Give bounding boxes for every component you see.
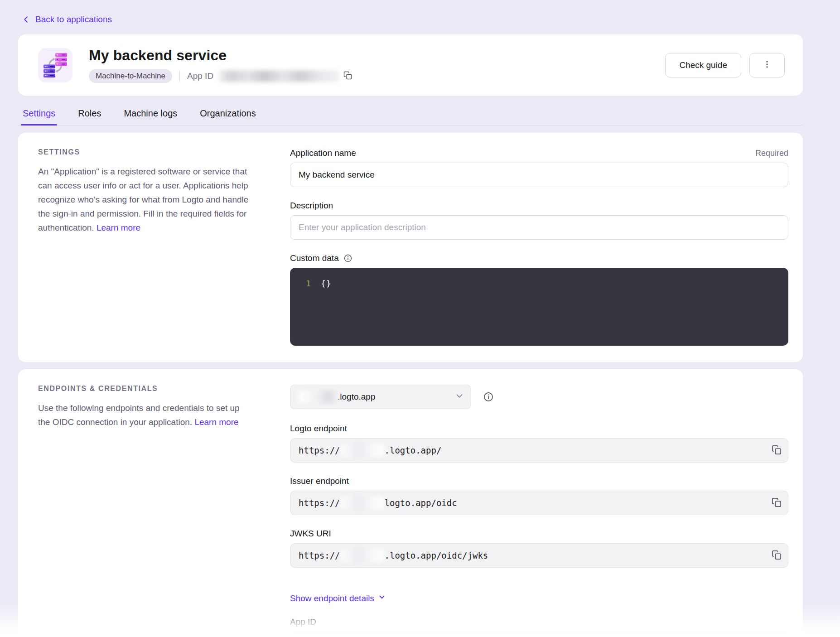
custom-data-field-group: Custom data 1 {}	[290, 253, 788, 346]
logto-endpoint-label: Logto endpoint	[290, 424, 347, 434]
endpoints-credentials-card: ENDPOINTS & CREDENTIALS Use the followin…	[18, 369, 803, 637]
redacted-tenant-domain	[341, 549, 384, 562]
copy-jwks-uri-button[interactable]	[772, 550, 782, 561]
issuer-endpoint-label-row: Issuer endpoint	[290, 476, 788, 486]
copy-icon	[772, 445, 782, 456]
copy-icon	[343, 71, 352, 81]
application-head-info: My backend service Machine-to-Machine Ap…	[89, 47, 352, 83]
issuer-endpoint-field-group: Issuer endpoint https:// logto.app/oidc	[290, 476, 788, 515]
more-actions-button[interactable]	[749, 53, 785, 77]
meta-divider	[179, 71, 180, 82]
description-label: Description	[290, 201, 333, 211]
application-name-label: Application name	[290, 148, 356, 158]
tenant-endpoint-select[interactable]: .logto.app	[290, 385, 471, 409]
url-suffix: .logto.app/oidc/jwks	[385, 550, 488, 560]
url-suffix: .logto.app/	[385, 445, 442, 455]
url-prefix: https://	[299, 550, 340, 560]
back-link-label: Back to applications	[35, 14, 112, 24]
redacted-app-id-value	[219, 70, 339, 82]
settings-section-description: An "Application" is a registered softwar…	[38, 164, 251, 235]
tab-roles[interactable]: Roles	[77, 107, 102, 125]
application-name-input[interactable]	[290, 163, 788, 187]
redacted-tenant-domain	[341, 444, 384, 457]
jwks-uri-value-field: https:// .logto.app/oidc/jwks	[290, 543, 788, 568]
description-label-row: Description	[290, 201, 788, 211]
description-input[interactable]	[290, 215, 788, 240]
chevron-down-icon	[454, 391, 464, 403]
chevron-down-icon	[378, 593, 386, 603]
redacted-tenant-domain	[341, 496, 384, 510]
endpoints-section-title: ENDPOINTS & CREDENTIALS	[38, 385, 251, 393]
logto-endpoint-field-group: Logto endpoint https:// .logto.app/	[290, 424, 788, 463]
app-id-field-group: App ID	[290, 617, 788, 637]
settings-section-title: SETTINGS	[38, 148, 251, 156]
description-field-group: Description	[290, 201, 788, 240]
app-id-field-label: App ID	[290, 617, 316, 627]
back-to-applications-link[interactable]: Back to applications	[22, 14, 112, 24]
jwks-uri-field-group: JWKS URI https:// .logto.app/oidc/jwks	[290, 529, 788, 568]
url-suffix: logto.app/oidc	[385, 498, 457, 508]
chevron-left-icon	[22, 15, 31, 24]
page-title: My backend service	[89, 47, 352, 64]
app-id-label: App ID	[187, 71, 213, 81]
tenant-endpoint-suffix: .logto.app	[338, 392, 375, 402]
app-id-value-field	[290, 632, 788, 637]
page-content: Back to applications	[0, 0, 840, 637]
custom-data-code-editor[interactable]: 1 {}	[290, 268, 788, 346]
redacted-tenant-id	[299, 391, 337, 403]
tab-bar: Settings Roles Machine logs Organization…	[18, 107, 803, 125]
copy-issuer-endpoint-button[interactable]	[772, 497, 782, 509]
endpoints-card-form: .logto.app Logto endpoint https:// .logt…	[290, 385, 788, 637]
issuer-endpoint-label: Issuer endpoint	[290, 476, 349, 486]
kebab-icon	[763, 60, 772, 70]
copy-app-id-button[interactable]	[343, 71, 352, 81]
required-tag: Required	[755, 149, 788, 158]
copy-icon	[772, 550, 782, 561]
url-prefix: https://	[299, 445, 340, 455]
settings-card-intro: SETTINGS An "Application" is a registere…	[38, 148, 251, 346]
endpoints-section-description: Use the following endpoints and credenti…	[38, 401, 251, 429]
application-meta-row: Machine-to-Machine App ID	[89, 69, 352, 83]
show-endpoint-details-link[interactable]: Show endpoint details	[290, 593, 386, 603]
info-icon[interactable]	[483, 391, 494, 402]
settings-card: SETTINGS An "Application" is a registere…	[18, 133, 803, 362]
show-endpoint-details-label: Show endpoint details	[290, 594, 374, 603]
settings-learn-more-link[interactable]: Learn more	[97, 223, 140, 232]
machine-to-machine-app-icon	[38, 48, 72, 82]
application-name-field-group: Application name Required	[290, 148, 788, 187]
endpoints-learn-more-link[interactable]: Learn more	[194, 417, 238, 427]
issuer-endpoint-value-field: https:// logto.app/oidc	[290, 491, 788, 515]
custom-data-label-text: Custom data	[290, 253, 339, 263]
endpoints-card-intro: ENDPOINTS & CREDENTIALS Use the followin…	[38, 385, 251, 637]
jwks-uri-label-row: JWKS URI	[290, 529, 788, 539]
settings-card-form: Application name Required Description Cu…	[290, 148, 788, 346]
tab-organizations[interactable]: Organizations	[199, 107, 256, 125]
jwks-uri-label: JWKS URI	[290, 529, 331, 539]
custom-data-label: Custom data	[290, 253, 352, 263]
copy-logto-endpoint-button[interactable]	[772, 445, 782, 456]
editor-line-number: 1	[290, 279, 311, 335]
tab-machine-logs[interactable]: Machine logs	[123, 107, 178, 125]
logto-endpoint-label-row: Logto endpoint	[290, 424, 788, 434]
custom-data-label-row: Custom data	[290, 253, 788, 263]
copy-icon	[772, 497, 782, 509]
logto-endpoint-value-field: https:// .logto.app/	[290, 438, 788, 463]
info-icon[interactable]	[343, 254, 352, 263]
application-header-card: My backend service Machine-to-Machine Ap…	[18, 34, 803, 96]
check-guide-button[interactable]: Check guide	[665, 53, 741, 77]
url-prefix: https://	[299, 498, 340, 508]
settings-description-text: An "Application" is a registered softwar…	[38, 167, 248, 232]
editor-code-content: {}	[311, 279, 332, 335]
application-type-badge: Machine-to-Machine	[89, 69, 172, 83]
tenant-endpoint-select-row: .logto.app	[290, 385, 788, 409]
tab-settings[interactable]: Settings	[22, 107, 56, 125]
app-id-label-row: App ID	[290, 617, 788, 627]
application-name-label-row: Application name Required	[290, 148, 788, 158]
